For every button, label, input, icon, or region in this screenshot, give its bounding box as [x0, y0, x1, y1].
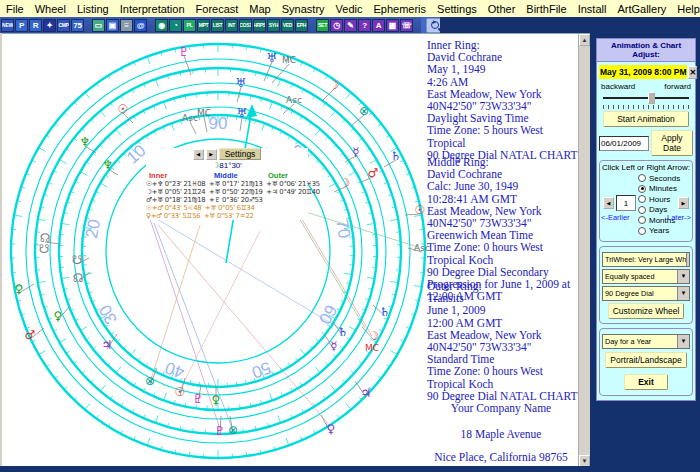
close-icon[interactable]: ✕ — [688, 66, 697, 79]
menu-install[interactable]: Install — [578, 3, 607, 15]
wheel-icon[interactable]: ◉ — [155, 19, 168, 32]
toolbar: NEWPR✦CMP75▭▣≡@◉◔PLMPTLISTINTCOS1HRPSSYH… — [0, 17, 700, 33]
arrow-instruction: Click Left or Right Arrow: — [600, 163, 692, 172]
menu-map[interactable]: Map — [249, 3, 270, 15]
planet-glyph: ♃ — [102, 338, 113, 352]
menu-bar: FileWheelListingInterpretationForecastMa… — [0, 0, 700, 17]
horoscope-icon[interactable]: HRPS — [253, 19, 266, 32]
email-icon[interactable]: @ — [134, 19, 147, 32]
planet-glyph: ☉ — [118, 102, 129, 116]
menu-file[interactable]: File — [6, 3, 24, 15]
planet-glyph: ♇ — [179, 45, 190, 59]
menu-other[interactable]: Other — [488, 3, 516, 15]
wheel-type-select[interactable]: TriWheel: Very Large Wh▼ — [602, 252, 690, 267]
menu-interpretation[interactable]: Interpretation — [120, 3, 185, 15]
midpoint-icon[interactable]: MPT — [197, 19, 210, 32]
comp-icon[interactable]: CMP — [57, 19, 70, 32]
start-animation-button[interactable]: Start Animation — [603, 111, 689, 127]
legend-next-button[interactable]: ▶ — [206, 149, 217, 160]
settings-icon[interactable]: SET — [316, 19, 329, 32]
dial-number-50: 50 — [249, 358, 273, 382]
day-for-year-select[interactable]: Day for a Year ▼ — [602, 334, 690, 349]
legend-prev-button[interactable]: ◀ — [193, 149, 204, 160]
spacing-select[interactable]: Equally spaced▼ — [602, 269, 690, 284]
planet-glyph: ⊗ — [359, 104, 369, 118]
save-icon[interactable]: ▣ — [106, 19, 119, 32]
slider-thumb[interactable] — [648, 92, 655, 104]
radio-hours[interactable]: Hours — [638, 194, 680, 205]
clock-icon[interactable]: ◷ — [330, 19, 343, 32]
calculator-icon[interactable]: ▦ — [386, 19, 399, 32]
wheel-clock-icon[interactable]: ◔ — [169, 19, 182, 32]
planet-glyph: Asc — [286, 95, 302, 105]
customize-wheel-button[interactable]: Customize Wheel — [608, 303, 685, 319]
ephemeris-icon[interactable]: EPH — [295, 19, 308, 32]
synastry-icon[interactable]: SYH — [267, 19, 280, 32]
animation-datetime: May 31, 2009 8:00 PM — [599, 65, 687, 79]
planet-glyph: ♄ — [338, 325, 349, 339]
vedic-icon[interactable]: VED — [281, 19, 294, 32]
midpoint-row: ☉+♆ 0°23' 21♓08 +♅ 0°17' 21♍13 +♅ 0°06' … — [146, 180, 308, 188]
menu-synastry[interactable]: Synastry — [282, 3, 325, 15]
toolbar-filler — [440, 17, 700, 33]
print-icon[interactable]: ≡ — [120, 19, 133, 32]
planet-glyph: ⊗ — [145, 374, 155, 388]
planet-glyph: ☽ — [329, 78, 340, 92]
chart-area: 908070605040302010☉♇♅♅MC☽Asc⊗♅AscMC☿♄♂☽☉… — [2, 33, 590, 466]
phone-icon[interactable]: ☏ — [400, 19, 413, 32]
interpretation-icon[interactable]: INT — [225, 19, 238, 32]
planet-glyph: ♆ — [80, 135, 91, 149]
radio-minutes[interactable]: Minutes — [638, 184, 680, 195]
p-wheel-icon[interactable]: P — [15, 19, 28, 32]
planet-glyph: ♂ — [25, 328, 36, 342]
pl-icon[interactable]: PL — [183, 19, 196, 32]
planet-glyph: ♄ — [380, 305, 391, 319]
company-city: Nice Place, California 98765 — [423, 451, 579, 463]
planet-glyph: Asc — [182, 113, 198, 123]
animation-slider[interactable] — [603, 92, 689, 104]
planet-glyph: ☽ — [369, 329, 380, 343]
menu-vedic[interactable]: Vedic — [336, 3, 363, 15]
radio-seconds[interactable]: Seconds — [638, 173, 680, 184]
exit-button[interactable]: Exit — [624, 374, 668, 390]
font-icon[interactable]: A — [372, 19, 385, 32]
menu-settings[interactable]: Settings — [437, 3, 477, 15]
menu-artgallery[interactable]: ArtGallery — [617, 3, 666, 15]
planet-glyph: ☿ — [330, 339, 337, 353]
r-wheel-icon[interactable]: R — [29, 19, 42, 32]
listing-icon[interactable]: LIST — [211, 19, 224, 32]
dial-select[interactable]: 90 Degree Dial▼ — [602, 286, 690, 301]
75-icon[interactable]: 75 — [71, 19, 84, 32]
planet-glyph: ♃ — [361, 386, 372, 400]
info-scrollbar[interactable]: ▲ ▼ — [578, 34, 590, 467]
later-arrow-button[interactable]: ▶ — [678, 197, 689, 209]
planet-glyph: ♇ — [193, 392, 204, 406]
portrait-landscape-button[interactable]: Portrait/Landscape — [605, 352, 686, 368]
menu-birthfile[interactable]: BirthFile — [526, 3, 566, 15]
help-icon[interactable]: ? — [358, 19, 371, 32]
header-inner: Inner — [149, 171, 167, 180]
menu-help[interactable]: Help — [677, 3, 700, 15]
new-chart-icon[interactable]: NEW — [1, 19, 14, 32]
planet-glyph: ☽ — [340, 176, 351, 190]
menu-ephemeris[interactable]: Ephemeris — [373, 3, 426, 15]
radio-years[interactable]: Years — [638, 226, 680, 237]
step-input[interactable] — [616, 195, 636, 211]
art-icon[interactable]: ✎ — [344, 19, 357, 32]
open-file-icon[interactable]: ▭ — [92, 19, 105, 32]
menu-listing[interactable]: Listing — [77, 3, 109, 15]
settings-button[interactable]: Settings — [219, 148, 262, 160]
date-input[interactable] — [599, 136, 649, 151]
cosmo-icon[interactable]: COS1 — [239, 19, 252, 32]
planet-glyph: ♆ — [103, 158, 114, 172]
apply-date-button[interactable]: Apply Date — [651, 130, 693, 156]
planet-glyph: ♀ — [212, 393, 221, 407]
planet-glyph: ♅ — [267, 51, 278, 65]
scroll-up-icon[interactable]: ▲ — [579, 34, 590, 46]
menu-wheel[interactable]: Wheel — [35, 3, 66, 15]
chart-info-section: Outer Ring:TransitsJune 1, 200912:00 AM … — [427, 280, 579, 402]
menu-forecast[interactable]: Forecast — [196, 3, 239, 15]
earlier-arrow-button[interactable]: ◀ — [603, 197, 614, 209]
star-map-icon[interactable]: ✦ — [43, 19, 56, 32]
midpoint-row: ♀+♂ 0°33' 5♊56 +♅ 0°53' 7♒22 — [146, 212, 308, 220]
